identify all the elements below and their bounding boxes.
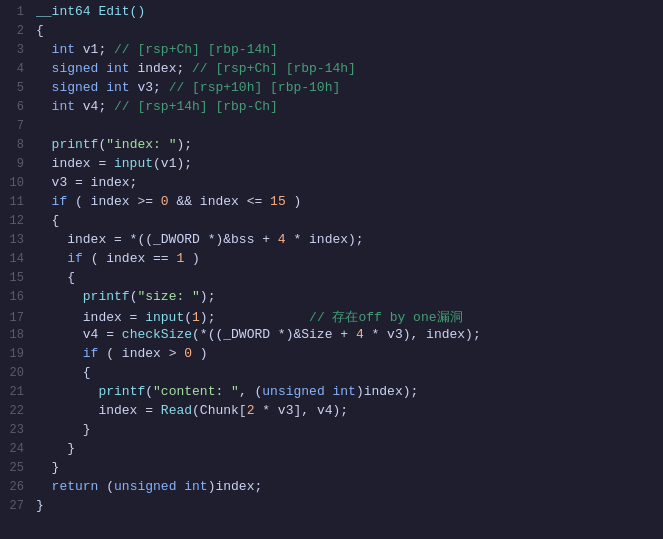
- token: ( index >=: [67, 194, 161, 209]
- code-line: 2{: [0, 23, 663, 42]
- line-number: 17: [0, 311, 32, 325]
- line-content: {: [32, 213, 663, 228]
- token: "content: ": [153, 384, 239, 399]
- code-line: 1__int64 Edit(): [0, 4, 663, 23]
- code-line: 11 if ( index >= 0 && index <= 15 ): [0, 194, 663, 213]
- token: {: [36, 270, 75, 285]
- token: index =: [36, 310, 145, 325]
- line-content: __int64 Edit(): [32, 4, 663, 19]
- token: "index: ": [106, 137, 176, 152]
- token: ): [192, 346, 208, 361]
- token: [36, 384, 98, 399]
- code-line: 17 index = input(1); // 存在off by one漏洞: [0, 308, 663, 327]
- code-line: 23 }: [0, 422, 663, 441]
- line-number: 9: [0, 157, 32, 171]
- token: v4;: [75, 99, 114, 114]
- line-number: 15: [0, 271, 32, 285]
- line-number: 1: [0, 5, 32, 19]
- token: {: [36, 23, 44, 38]
- line-content: index = Read(Chunk[2 * v3], v4);: [32, 403, 663, 418]
- token: [36, 99, 52, 114]
- line-content: }: [32, 422, 663, 437]
- line-content: {: [32, 23, 663, 38]
- line-number: 4: [0, 62, 32, 76]
- code-line: 27}: [0, 498, 663, 517]
- token: 0: [184, 346, 192, 361]
- line-number: 26: [0, 480, 32, 494]
- token: // [rsp+14h] [rbp-Ch]: [114, 99, 278, 114]
- line-content: index = input(1); // 存在off by one漏洞: [32, 308, 663, 326]
- code-line: 18 v4 = checkSize(*((_DWORD *)&Size + 4 …: [0, 327, 663, 346]
- line-content: }: [32, 441, 663, 456]
- line-content: index = *((_DWORD *)&bss + 4 * index);: [32, 232, 663, 247]
- line-number: 25: [0, 461, 32, 475]
- token: // [rsp+10h] [rbp-10h]: [169, 80, 341, 95]
- line-number: 5: [0, 81, 32, 95]
- token: index =: [36, 156, 114, 171]
- line-number: 23: [0, 423, 32, 437]
- token: int: [52, 42, 75, 57]
- line-content: printf("index: ");: [32, 137, 663, 152]
- line-content: if ( index > 0 ): [32, 346, 663, 361]
- token: int: [52, 99, 75, 114]
- line-content: printf("size: ");: [32, 289, 663, 304]
- token: ( index >: [98, 346, 184, 361]
- token: [36, 194, 52, 209]
- token: index;: [130, 61, 192, 76]
- code-line: 16 printf("size: ");: [0, 289, 663, 308]
- token: [36, 251, 67, 266]
- line-content: }: [32, 460, 663, 475]
- token: if: [83, 346, 99, 361]
- line-content: index = input(v1);: [32, 156, 663, 171]
- token: // [rsp+Ch] [rbp-14h]: [192, 61, 356, 76]
- token: index = *((_DWORD *)&bss +: [36, 232, 278, 247]
- token: }: [36, 460, 59, 475]
- line-number: 22: [0, 404, 32, 418]
- token: * v3), index);: [364, 327, 481, 342]
- code-line: 14 if ( index == 1 ): [0, 251, 663, 270]
- token: Read: [161, 403, 192, 418]
- token: (: [98, 479, 114, 494]
- token: )index;: [208, 479, 263, 494]
- line-content: {: [32, 270, 663, 285]
- token: 4: [356, 327, 364, 342]
- token: unsigned int: [114, 479, 208, 494]
- token: index =: [36, 403, 161, 418]
- line-content: {: [32, 365, 663, 380]
- token: [36, 289, 83, 304]
- token: input: [145, 310, 184, 325]
- line-content: printf("content: ", (unsigned int)index)…: [32, 384, 663, 399]
- token: );: [200, 289, 216, 304]
- token: v3;: [130, 80, 169, 95]
- code-line: 10 v3 = index;: [0, 175, 663, 194]
- token: (*((_DWORD *)&Size +: [192, 327, 356, 342]
- line-content: int v4; // [rsp+14h] [rbp-Ch]: [32, 99, 663, 114]
- line-number: 8: [0, 138, 32, 152]
- token: signed int: [52, 61, 130, 76]
- token: * index);: [286, 232, 364, 247]
- line-content: signed int index; // [rsp+Ch] [rbp-14h]: [32, 61, 663, 76]
- token: input: [114, 156, 153, 171]
- token: {: [36, 213, 59, 228]
- token: (: [145, 384, 153, 399]
- line-number: 10: [0, 176, 32, 190]
- code-line: 21 printf("content: ", (unsigned int)ind…: [0, 384, 663, 403]
- token: 1: [192, 310, 200, 325]
- token: [36, 61, 52, 76]
- token: printf: [98, 384, 145, 399]
- code-line: 26 return (unsigned int)index;: [0, 479, 663, 498]
- line-number: 11: [0, 195, 32, 209]
- token: checkSize: [122, 327, 192, 342]
- line-content: return (unsigned int)index;: [32, 479, 663, 494]
- token: [36, 346, 83, 361]
- token: 4: [278, 232, 286, 247]
- code-line: 7: [0, 118, 663, 137]
- line-number: 20: [0, 366, 32, 380]
- token: // 存在off by one漏洞: [215, 310, 462, 325]
- line-number: 2: [0, 24, 32, 38]
- line-content: [32, 118, 663, 133]
- line-number: 7: [0, 119, 32, 133]
- code-line: 24 }: [0, 441, 663, 460]
- token: if: [67, 251, 83, 266]
- code-line: 5 signed int v3; // [rsp+10h] [rbp-10h]: [0, 80, 663, 99]
